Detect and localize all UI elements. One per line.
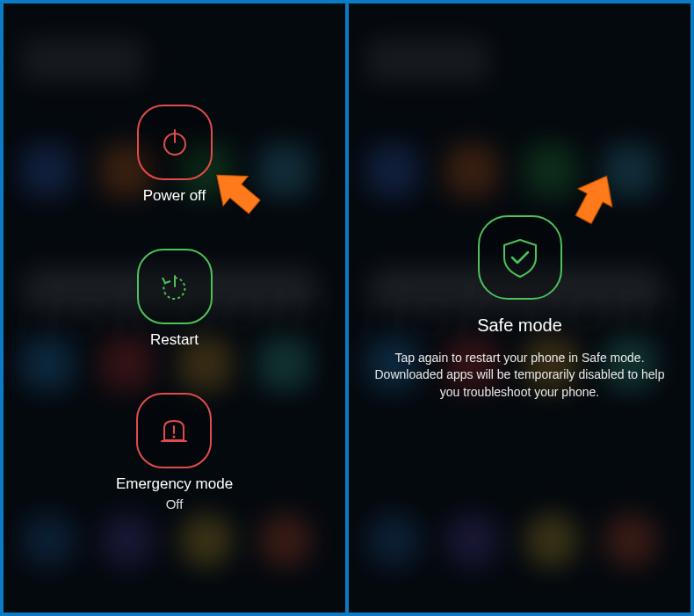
left-panel: risk.com Power off Restart	[4, 4, 345, 612]
emergency-mode-label: Emergency mode	[116, 475, 233, 493]
power-off-icon-container	[137, 105, 213, 180]
restart-icon-container	[137, 249, 213, 324]
power-off-option[interactable]: Power off	[137, 105, 213, 205]
emergency-icon-container	[136, 393, 212, 468]
safe-mode-title: Safe mode	[477, 315, 562, 336]
emergency-mode-option[interactable]: Emergency mode Off	[116, 393, 233, 511]
safe-mode-icon-container	[478, 215, 562, 300]
safe-mode-option[interactable]: Safe mode Tap again to restart your phon…	[375, 215, 665, 402]
annotation-arrow-left	[206, 165, 267, 227]
power-icon	[157, 125, 192, 160]
power-off-label: Power off	[143, 187, 206, 205]
right-panel: risk.com Safe mode Tap again to restart …	[349, 4, 690, 612]
restart-icon	[157, 269, 192, 304]
power-menu-overlay: Power off Restart Emergen	[4, 4, 345, 612]
shield-check-icon	[497, 235, 543, 280]
restart-option[interactable]: Restart	[137, 249, 213, 349]
safe-mode-description: Tap again to restart your phone in Safe …	[375, 350, 665, 402]
annotation-arrow-right	[553, 163, 626, 236]
emergency-mode-sub: Off	[166, 496, 184, 511]
emergency-icon	[155, 412, 192, 449]
safe-mode-overlay: Safe mode Tap again to restart your phon…	[349, 4, 690, 612]
restart-label: Restart	[150, 331, 199, 349]
svg-point-5	[173, 436, 176, 438]
